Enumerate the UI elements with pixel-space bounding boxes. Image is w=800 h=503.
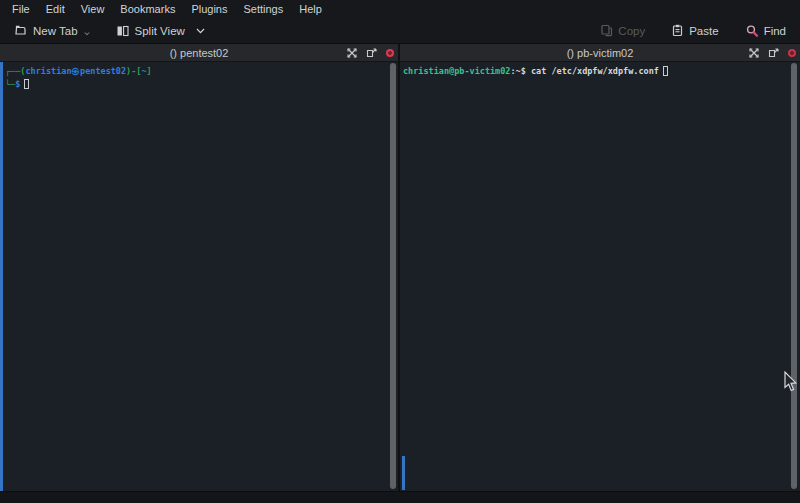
- focus-stripe: [0, 62, 3, 491]
- copy-button[interactable]: Copy: [594, 21, 651, 40]
- paste-label: Paste: [689, 25, 718, 37]
- detach-tab-icon[interactable]: [768, 48, 779, 58]
- scroll-position-indicator: [402, 456, 405, 490]
- find-button[interactable]: Find: [739, 21, 792, 41]
- remote-user-host: christian@pb-victim02: [403, 66, 510, 76]
- prompt-frame-open: ┌──(: [5, 66, 25, 76]
- split-view-button[interactable]: Split View: [110, 22, 211, 40]
- menu-edit[interactable]: Edit: [38, 0, 73, 18]
- terminal-pentest02[interactable]: ┌──(christian㉿pentest02)-[~]└─$: [0, 62, 398, 491]
- menu-help[interactable]: Help: [291, 0, 330, 18]
- split-view-chevron-icon: [196, 28, 205, 34]
- toolbar: New Tab Split View Copy: [0, 18, 800, 44]
- prompt-frame-mid: )-[: [126, 66, 141, 76]
- pane-title-pb-victim02: () pb-victim02: [400, 47, 800, 59]
- prompt-frame-close: ]: [147, 66, 152, 76]
- paste-icon: [671, 24, 684, 37]
- pane-header-pb-victim02[interactable]: () pb-victim02: [400, 44, 800, 62]
- menu-bar: File Edit View Bookmarks Plugins Setting…: [0, 0, 800, 18]
- scrollbar-right-pane[interactable]: [791, 63, 797, 489]
- terminal-output-right: christian@pb-victim02:~$ cat /etc/xdpfw/…: [400, 62, 800, 78]
- new-tab-button[interactable]: New Tab: [8, 21, 96, 40]
- copy-icon: [600, 24, 613, 37]
- new-tab-caret-icon: [84, 32, 90, 36]
- pane-header-pentest02[interactable]: () pentest02: [0, 44, 398, 62]
- terminal-cursor: [663, 66, 668, 76]
- menu-bookmarks[interactable]: Bookmarks: [112, 0, 183, 18]
- close-split-button[interactable]: [788, 49, 796, 57]
- terminal-output-left: ┌──(christian㉿pentest02)-[~]└─$: [0, 62, 398, 91]
- copy-label: Copy: [618, 25, 645, 37]
- mouse-pointer: [784, 371, 798, 394]
- window-bottom-edge: [0, 491, 800, 503]
- close-split-button[interactable]: [386, 49, 394, 57]
- detach-tab-icon[interactable]: [366, 48, 377, 58]
- terminal-pb-victim02[interactable]: christian@pb-victim02:~$ cat /etc/xdpfw/…: [400, 62, 800, 491]
- remote-command: cat /etc/xdpfw/xdpfw.conf: [531, 66, 659, 76]
- split-view-label: Split View: [135, 25, 185, 37]
- scrollbar-left-pane[interactable]: [390, 63, 396, 489]
- prompt-symbol: $: [15, 79, 20, 89]
- maximize-split-icon[interactable]: [749, 48, 759, 58]
- menu-file[interactable]: File: [4, 0, 38, 18]
- terminal-cursor: [24, 79, 29, 89]
- prompt-frame-bottom: └─: [5, 79, 15, 89]
- split-container: () pentest02 ┌──(christian㉿pentest02)-[~…: [0, 44, 800, 491]
- find-label: Find: [764, 25, 786, 37]
- paste-button[interactable]: Paste: [665, 21, 724, 40]
- split-view-icon: [116, 25, 130, 37]
- new-tab-icon: [14, 24, 28, 37]
- find-icon: [745, 24, 759, 38]
- pane-title-pentest02: () pentest02: [0, 47, 398, 59]
- pane-pb-victim02: () pb-victim02 christian@pb-victim02:~$ …: [400, 44, 800, 491]
- menu-settings[interactable]: Settings: [235, 0, 291, 18]
- new-tab-label: New Tab: [33, 25, 78, 37]
- pane-pentest02: () pentest02 ┌──(christian㉿pentest02)-[~…: [0, 44, 398, 491]
- prompt-user-host: christian㉿pentest02: [25, 66, 126, 76]
- remote-prompt: :~$: [510, 66, 530, 76]
- menu-view[interactable]: View: [73, 0, 113, 18]
- menu-plugins[interactable]: Plugins: [183, 0, 235, 18]
- konsole-window: File Edit View Bookmarks Plugins Setting…: [0, 0, 800, 503]
- maximize-split-icon[interactable]: [347, 48, 357, 58]
